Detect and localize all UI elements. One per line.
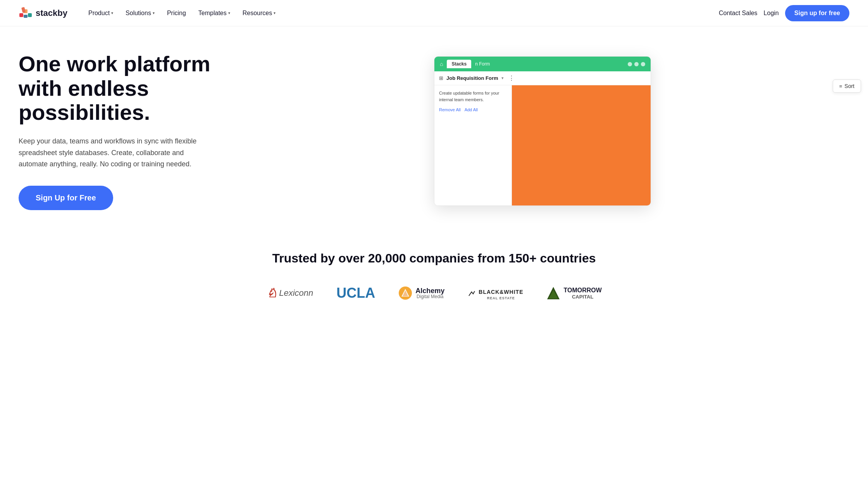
hero-section: One work platform with endless possibili…	[0, 26, 868, 228]
sort-label: Sort	[844, 83, 854, 89]
window-dot-3	[641, 62, 645, 66]
alchemy-svg-icon	[398, 286, 412, 300]
lexiconn-text: Lexiconn	[279, 288, 313, 298]
blackwhite-icon	[468, 289, 476, 297]
trusted-title: Trusted by over 20,000 companies from 15…	[19, 251, 849, 266]
login-link[interactable]: Login	[764, 10, 779, 17]
preview-title-suffix: n Form	[475, 61, 490, 67]
alchemy-icon	[398, 286, 412, 300]
preview-topbar: ⌂ Stacks n Form	[434, 57, 651, 71]
dropdown-icon: ▾	[501, 76, 504, 81]
trusted-section: Trusted by over 20,000 companies from 15…	[0, 228, 868, 317]
preview-body: Create updatable forms for your internal…	[434, 85, 651, 205]
preview-circles	[628, 62, 645, 66]
logos-row: ♘ Lexiconn UCLA Alchemy Digital Media	[19, 285, 849, 301]
chevron-down-icon: ▾	[274, 11, 276, 15]
preview-sidebar-text: Create updatable forms for your internal…	[439, 90, 507, 103]
window-dot-2	[634, 62, 639, 66]
nav-item-product[interactable]: Product ▾	[83, 7, 119, 20]
preview-sidebar-links: Remove All Add All	[439, 107, 507, 112]
contact-sales-link[interactable]: Contact Sales	[719, 10, 758, 17]
ucla-text: UCLA	[336, 285, 375, 301]
tomorrow-capital-sub: CAPITAL	[563, 294, 601, 300]
nav-item-templates[interactable]: Templates ▾	[193, 7, 236, 20]
hero-left: One work platform with endless possibili…	[19, 52, 220, 210]
preview-window: ⌂ Stacks n Form ⊞ Job Requisition Form ▾…	[434, 56, 651, 206]
sort-button[interactable]: ≡ Sort	[833, 79, 861, 93]
nav-item-solutions[interactable]: Solutions ▾	[120, 7, 160, 20]
chevron-down-icon: ▾	[153, 11, 155, 15]
lexiconn-logo: ♘ Lexiconn	[266, 286, 313, 300]
alchemy-logo: Alchemy Digital Media	[398, 286, 444, 300]
signup-button[interactable]: Sign up for free	[785, 5, 849, 21]
tomorrow-capital-icon	[546, 286, 560, 300]
nav-links: Product ▾ Solutions ▾ Pricing Templates …	[83, 7, 719, 20]
preview-tab: Stacks	[447, 60, 471, 68]
grid-icon: ⊞	[439, 75, 443, 81]
hero-right: ⌂ Stacks n Form ⊞ Job Requisition Form ▾…	[236, 56, 849, 206]
add-all-link[interactable]: Add All	[465, 107, 478, 112]
tomorrow-capital-logo: TOMORROW CAPITAL	[546, 286, 601, 300]
home-icon: ⌂	[440, 61, 443, 67]
alchemy-name: Alchemy	[415, 287, 444, 294]
preview-subbar: ⊞ Job Requisition Form ▾ ⋮	[434, 71, 651, 85]
nav-item-resources[interactable]: Resources ▾	[237, 7, 281, 20]
remove-all-link[interactable]: Remove All	[439, 107, 461, 112]
more-options-icon: ⋮	[508, 74, 515, 82]
logo-icon	[19, 6, 33, 20]
preview-form-title: Job Requisition Form	[446, 75, 498, 81]
svg-rect-3	[24, 15, 28, 18]
blackwhite-logo: BLACK&WHITE REAL ESTATE	[468, 286, 523, 300]
tomorrow-capital-text-group: TOMORROW CAPITAL	[563, 287, 601, 300]
ucla-logo: UCLA	[336, 285, 375, 301]
hero-title: One work platform with endless possibili…	[19, 52, 220, 125]
preview-orange-panel	[512, 85, 651, 205]
navbar: stackby Product ▾ Solutions ▾ Pricing Te…	[0, 0, 868, 26]
svg-rect-0	[19, 13, 23, 17]
alchemy-text-group: Alchemy Digital Media	[415, 287, 444, 299]
nav-item-pricing[interactable]: Pricing	[162, 7, 191, 20]
blackwhite-text: BLACK&WHITE	[479, 289, 523, 295]
logo-text: stackby	[36, 8, 67, 18]
hero-description: Keep your data, teams and workflows in s…	[19, 136, 205, 170]
lexiconn-figure-icon: ♘	[266, 286, 277, 300]
chevron-down-icon: ▾	[111, 11, 113, 15]
svg-rect-2	[28, 13, 32, 17]
blackwhite-sub: REAL ESTATE	[479, 296, 523, 300]
chevron-down-icon: ▾	[228, 11, 230, 15]
nav-right: Contact Sales Login Sign up for free	[719, 5, 849, 21]
sort-icon: ≡	[839, 83, 842, 89]
preview-sidebar: Create updatable forms for your internal…	[434, 85, 512, 205]
hero-cta-button[interactable]: Sign Up for Free	[19, 186, 113, 210]
tomorrow-capital-name: TOMORROW	[563, 287, 601, 294]
logo[interactable]: stackby	[19, 6, 67, 20]
alchemy-subtitle: Digital Media	[415, 294, 444, 299]
svg-rect-4	[21, 7, 26, 13]
window-dot-1	[628, 62, 632, 66]
